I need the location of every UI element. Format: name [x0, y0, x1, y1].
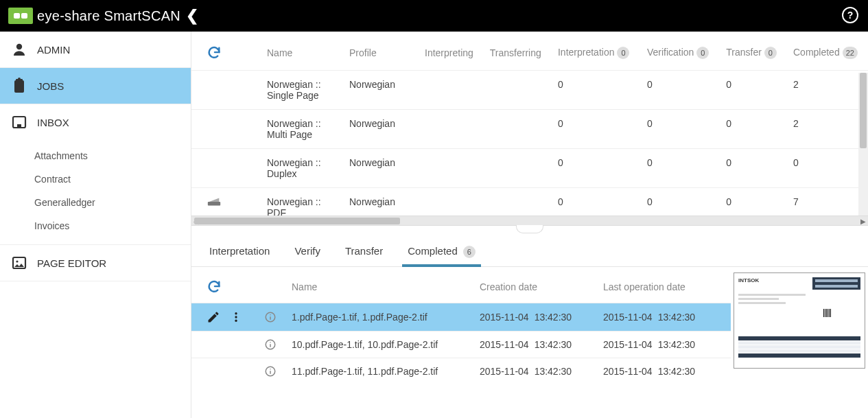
col-interpretation[interactable]: Interpretation0 — [551, 32, 640, 71]
tab-completed-badge: 6 — [463, 246, 476, 258]
horizontal-scrollbar-thumb[interactable] — [194, 218, 400, 224]
svg-rect-1 — [14, 13, 20, 19]
col-profile[interactable]: Profile — [342, 32, 418, 71]
vertical-scrollbar-thumb[interactable] — [860, 73, 867, 148]
detail-name: 11.pdf.Page-1.tif, 11.pdf.Page-2.tif — [292, 366, 480, 377]
detail-lastop-date: 2015-11-0413:42:30 — [603, 339, 727, 350]
help-icon[interactable]: ? — [842, 7, 858, 23]
table-row[interactable]: Norwegian :: DuplexNorwegian0000 — [191, 149, 868, 188]
brand-name-1: eye-share — [37, 8, 104, 23]
tab-completed[interactable]: Completed 6 — [405, 238, 478, 266]
svg-rect-6 — [17, 124, 21, 127]
refresh-jobs-button[interactable] — [207, 45, 253, 60]
cell-transfer: 0 — [719, 149, 786, 188]
svg-point-21 — [270, 369, 271, 370]
col-transferring[interactable]: Transferring — [483, 32, 551, 71]
refresh-detail-button[interactable] — [196, 279, 264, 294]
svg-point-8 — [16, 260, 18, 262]
cell-verification: 0 — [640, 71, 719, 110]
col-name[interactable]: Name — [260, 32, 342, 71]
cell-verification: 0 — [640, 149, 719, 188]
col-verification[interactable]: Verification0 — [640, 32, 719, 71]
content-area: Name Profile Interpreting Transferring I… — [191, 32, 868, 418]
cell-transferring — [483, 188, 551, 216]
cell-completed: 2 — [786, 110, 868, 149]
preview-doc-table — [738, 336, 860, 358]
jobs-table: Name Profile Interpreting Transferring I… — [191, 32, 868, 216]
detail-name: 10.pdf.Page-1.tif, 10.pdf.Page-2.tif — [292, 339, 480, 350]
cell-verification: 0 — [640, 188, 719, 216]
sidebar-item-label: JOBS — [37, 80, 64, 92]
detail-row[interactable]: 1.pdf.Page-1.tif, 1.pdf.Page-2.tif2015-1… — [191, 303, 731, 331]
top-bar: eye-share SmartSCAN ❮ ? — [0, 0, 868, 32]
row-icon-cell — [191, 110, 260, 149]
document-preview[interactable]: INTSOK — [734, 272, 865, 369]
cell-verification: 0 — [640, 110, 719, 149]
cell-interpretation: 0 — [551, 149, 640, 188]
detail-col-name[interactable]: Name — [292, 281, 480, 292]
table-row[interactable]: Norwegian :: Multi PageNorwegian0002 — [191, 110, 868, 149]
more-icon[interactable] — [230, 311, 242, 323]
horizontal-scrollbar[interactable]: ◀ ▶ — [191, 216, 868, 225]
cell-profile: Norwegian — [342, 110, 418, 149]
image-icon — [11, 255, 27, 271]
sidebar-item-label: ADMIN — [37, 44, 70, 56]
sidebar-item-label: INBOX — [37, 117, 69, 128]
preview-doc-band — [812, 277, 860, 290]
splitter-handle[interactable] — [191, 226, 868, 235]
svg-point-12 — [235, 320, 237, 322]
preview-doc-title: INTSOK — [738, 277, 759, 283]
row-actions — [196, 310, 264, 324]
col-completed[interactable]: Completed22 — [786, 32, 868, 71]
scanner-icon — [207, 196, 253, 207]
brand-name-2: SmartSCAN — [104, 8, 181, 23]
cell-transferring — [483, 110, 551, 149]
cell-interpretation: 0 — [551, 110, 640, 149]
col-interpreting[interactable]: Interpreting — [418, 32, 483, 71]
cell-profile: Norwegian — [342, 188, 418, 216]
sidebar-sub-contract[interactable]: Contract — [0, 167, 191, 191]
svg-rect-2 — [21, 13, 27, 19]
svg-point-11 — [235, 316, 237, 318]
detail-list: Name Creation date Last operation date 1… — [191, 267, 731, 418]
info-icon[interactable] — [264, 365, 292, 378]
svg-point-15 — [270, 314, 271, 316]
sidebar-sub-generalledger[interactable]: Generalledger — [0, 191, 191, 214]
sidebar-item-page-editor[interactable]: PAGE EDITOR — [0, 245, 191, 281]
detail-lastop-date: 2015-11-0413:42:30 — [603, 312, 727, 323]
info-icon[interactable] — [264, 311, 292, 323]
barcode-icon — [823, 309, 832, 317]
cell-profile: Norwegian — [342, 71, 418, 110]
info-icon[interactable] — [264, 338, 292, 351]
table-row[interactable]: Norwegian :: Single PageNorwegian0002 — [191, 71, 868, 110]
sidebar-item-label: PAGE EDITOR — [37, 257, 106, 269]
sidebar-item-jobs[interactable]: JOBS — [0, 68, 191, 104]
scroll-right-icon[interactable]: ▶ — [858, 216, 868, 226]
edit-icon[interactable] — [207, 310, 220, 324]
detail-name: 1.pdf.Page-1.tif, 1.pdf.Page-2.tif — [292, 312, 480, 323]
table-row[interactable]: Norwegian :: PDFNorwegian0007 — [191, 188, 868, 216]
sidebar-sub-invoices[interactable]: Invoices — [0, 214, 191, 237]
collapse-sidebar-icon[interactable]: ❮ — [186, 7, 198, 25]
tab-interpretation[interactable]: Interpretation — [207, 238, 272, 266]
cell-name: Norwegian :: Single Page — [260, 71, 342, 110]
clipboard-icon — [11, 78, 27, 94]
row-icon-cell — [191, 188, 260, 216]
detail-header-row: Name Creation date Last operation date — [191, 267, 731, 303]
row-icon-cell — [191, 71, 260, 110]
detail-row[interactable]: 10.pdf.Page-1.tif, 10.pdf.Page-2.tif2015… — [191, 331, 731, 358]
cell-completed: 2 — [786, 71, 868, 110]
detail-col-creation[interactable]: Creation date — [480, 281, 603, 292]
tab-transfer[interactable]: Transfer — [342, 238, 386, 266]
sidebar-item-admin[interactable]: ADMIN — [0, 32, 191, 68]
sidebar-sub-attachments[interactable]: Attachments — [0, 144, 191, 167]
col-transfer[interactable]: Transfer0 — [719, 32, 786, 71]
cell-interpreting — [418, 110, 483, 149]
tab-verify[interactable]: Verify — [292, 238, 323, 266]
detail-creation-date: 2015-11-0413:42:30 — [480, 366, 603, 377]
jobs-scroll[interactable]: Name Profile Interpreting Transferring I… — [191, 32, 868, 216]
sidebar-item-inbox[interactable]: INBOX — [0, 104, 191, 140]
vertical-scrollbar[interactable] — [858, 73, 868, 216]
detail-row[interactable]: 11.pdf.Page-1.tif, 11.pdf.Page-2.tif2015… — [191, 358, 731, 384]
detail-col-lastop[interactable]: Last operation date — [603, 281, 727, 292]
